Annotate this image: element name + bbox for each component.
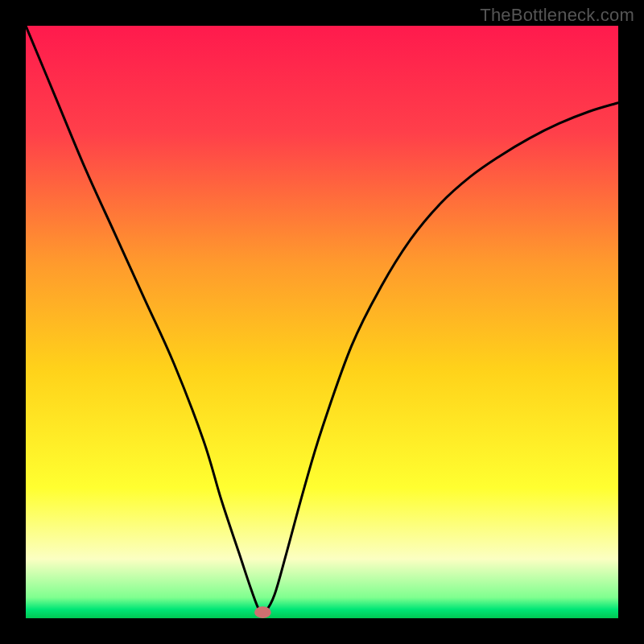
chart-frame: TheBottleneck.com: [0, 0, 644, 644]
watermark-text: TheBottleneck.com: [480, 5, 634, 26]
gradient-background: [26, 26, 618, 618]
optimum-marker: [254, 606, 271, 618]
plot-area: [26, 26, 618, 618]
plot-svg: [26, 26, 618, 618]
